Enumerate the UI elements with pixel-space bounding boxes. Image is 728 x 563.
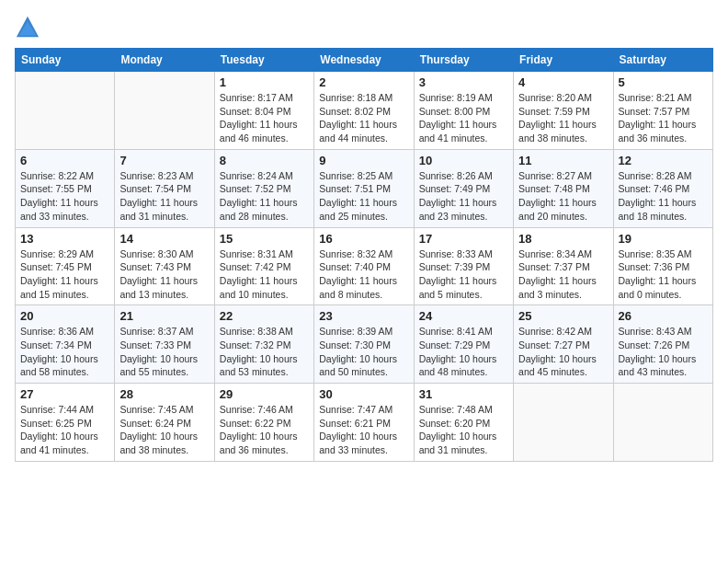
day-info: Sunrise: 8:41 AM Sunset: 7:29 PM Dayligh…	[419, 325, 508, 379]
day-number: 20	[20, 309, 109, 323]
day-number: 18	[518, 232, 608, 246]
day-number: 31	[419, 387, 508, 401]
calendar-cell: 5Sunrise: 8:21 AM Sunset: 7:57 PM Daylig…	[613, 72, 712, 150]
calendar-cell: 14Sunrise: 8:30 AM Sunset: 7:43 PM Dayli…	[115, 227, 214, 305]
day-of-week-header: Friday	[514, 49, 613, 72]
day-number: 1	[220, 75, 309, 89]
day-info: Sunrise: 7:46 AM Sunset: 6:22 PM Dayligh…	[220, 403, 309, 457]
day-number: 15	[220, 232, 309, 246]
calendar-week-row: 13Sunrise: 8:29 AM Sunset: 7:45 PM Dayli…	[16, 227, 713, 305]
calendar-cell: 22Sunrise: 8:38 AM Sunset: 7:32 PM Dayli…	[214, 305, 313, 384]
day-info: Sunrise: 8:26 AM Sunset: 7:49 PM Dayligh…	[419, 169, 508, 224]
calendar-body: 1Sunrise: 8:17 AM Sunset: 8:04 PM Daylig…	[16, 72, 713, 462]
calendar-cell: 12Sunrise: 8:28 AM Sunset: 7:46 PM Dayli…	[613, 149, 712, 227]
day-info: Sunrise: 8:33 AM Sunset: 7:39 PM Dayligh…	[419, 247, 508, 302]
day-info: Sunrise: 7:45 AM Sunset: 6:24 PM Dayligh…	[119, 403, 209, 457]
calendar-cell: 25Sunrise: 8:42 AM Sunset: 7:27 PM Dayli…	[514, 305, 613, 384]
calendar-cell: 2Sunrise: 8:18 AM Sunset: 8:02 PM Daylig…	[314, 72, 414, 150]
day-info: Sunrise: 8:39 AM Sunset: 7:30 PM Dayligh…	[319, 325, 408, 379]
day-of-week-header: Wednesday	[314, 49, 414, 72]
day-number: 22	[220, 309, 309, 323]
calendar-cell: 27Sunrise: 7:44 AM Sunset: 6:25 PM Dayli…	[16, 384, 115, 462]
day-info: Sunrise: 8:25 AM Sunset: 7:51 PM Dayligh…	[319, 169, 408, 224]
day-info: Sunrise: 8:34 AM Sunset: 7:37 PM Dayligh…	[518, 247, 608, 302]
day-number: 10	[419, 154, 508, 167]
calendar-cell: 13Sunrise: 8:29 AM Sunset: 7:45 PM Dayli…	[16, 227, 115, 305]
day-number: 17	[419, 232, 508, 246]
calendar-cell: 26Sunrise: 8:43 AM Sunset: 7:26 PM Dayli…	[613, 305, 712, 384]
calendar-cell: 19Sunrise: 8:35 AM Sunset: 7:36 PM Dayli…	[613, 227, 712, 305]
day-info: Sunrise: 8:24 AM Sunset: 7:52 PM Dayligh…	[220, 169, 309, 224]
calendar-cell: 3Sunrise: 8:19 AM Sunset: 8:00 PM Daylig…	[414, 72, 513, 150]
day-info: Sunrise: 8:21 AM Sunset: 7:57 PM Dayligh…	[619, 91, 708, 145]
day-number: 11	[518, 154, 608, 167]
logo	[15, 15, 44, 40]
day-info: Sunrise: 8:37 AM Sunset: 7:33 PM Dayligh…	[119, 325, 209, 379]
calendar-cell: 29Sunrise: 7:46 AM Sunset: 6:22 PM Dayli…	[214, 384, 313, 462]
day-info: Sunrise: 8:19 AM Sunset: 8:00 PM Dayligh…	[419, 91, 508, 145]
calendar-cell: 23Sunrise: 8:39 AM Sunset: 7:30 PM Dayli…	[314, 305, 414, 384]
day-info: Sunrise: 8:28 AM Sunset: 7:46 PM Dayligh…	[619, 169, 708, 224]
day-of-week-header: Sunday	[16, 49, 115, 72]
calendar-cell: 21Sunrise: 8:37 AM Sunset: 7:33 PM Dayli…	[115, 305, 214, 384]
day-number: 21	[119, 309, 209, 323]
day-info: Sunrise: 7:48 AM Sunset: 6:20 PM Dayligh…	[419, 403, 508, 457]
calendar-cell: 17Sunrise: 8:33 AM Sunset: 7:39 PM Dayli…	[414, 227, 513, 305]
day-info: Sunrise: 8:35 AM Sunset: 7:36 PM Dayligh…	[619, 247, 708, 302]
day-number: 19	[619, 232, 708, 246]
calendar-week-row: 27Sunrise: 7:44 AM Sunset: 6:25 PM Dayli…	[16, 384, 713, 462]
calendar-cell: 10Sunrise: 8:26 AM Sunset: 7:49 PM Dayli…	[414, 149, 513, 227]
day-number: 23	[319, 309, 408, 323]
page-header	[15, 15, 713, 40]
day-info: Sunrise: 8:22 AM Sunset: 7:55 PM Dayligh…	[20, 169, 109, 224]
day-number: 4	[518, 75, 608, 89]
logo-icon	[15, 15, 40, 40]
calendar-week-row: 20Sunrise: 8:36 AM Sunset: 7:34 PM Dayli…	[16, 305, 713, 384]
day-number: 6	[20, 154, 109, 167]
day-number: 13	[20, 232, 109, 246]
day-number: 2	[319, 75, 408, 89]
day-info: Sunrise: 8:30 AM Sunset: 7:43 PM Dayligh…	[119, 247, 209, 302]
calendar-cell: 1Sunrise: 8:17 AM Sunset: 8:04 PM Daylig…	[214, 72, 313, 150]
day-of-week-header: Saturday	[613, 49, 712, 72]
calendar-cell: 4Sunrise: 8:20 AM Sunset: 7:59 PM Daylig…	[514, 72, 613, 150]
calendar-cell: 16Sunrise: 8:32 AM Sunset: 7:40 PM Dayli…	[314, 227, 414, 305]
calendar-cell	[514, 384, 613, 462]
calendar-cell	[613, 384, 712, 462]
calendar-cell: 9Sunrise: 8:25 AM Sunset: 7:51 PM Daylig…	[314, 149, 414, 227]
calendar-week-row: 6Sunrise: 8:22 AM Sunset: 7:55 PM Daylig…	[16, 149, 713, 227]
day-number: 27	[20, 387, 109, 401]
day-info: Sunrise: 7:44 AM Sunset: 6:25 PM Dayligh…	[20, 403, 109, 457]
day-info: Sunrise: 8:31 AM Sunset: 7:42 PM Dayligh…	[220, 247, 309, 302]
day-number: 16	[319, 232, 408, 246]
calendar-cell: 15Sunrise: 8:31 AM Sunset: 7:42 PM Dayli…	[214, 227, 313, 305]
day-of-week-header: Monday	[115, 49, 214, 72]
calendar-cell: 30Sunrise: 7:47 AM Sunset: 6:21 PM Dayli…	[314, 384, 414, 462]
calendar-cell: 8Sunrise: 8:24 AM Sunset: 7:52 PM Daylig…	[214, 149, 313, 227]
calendar-cell: 6Sunrise: 8:22 AM Sunset: 7:55 PM Daylig…	[16, 149, 115, 227]
day-of-week-header: Tuesday	[214, 49, 313, 72]
day-of-week-header: Thursday	[414, 49, 513, 72]
day-number: 24	[419, 309, 508, 323]
day-info: Sunrise: 8:17 AM Sunset: 8:04 PM Dayligh…	[220, 91, 309, 145]
calendar-cell: 24Sunrise: 8:41 AM Sunset: 7:29 PM Dayli…	[414, 305, 513, 384]
calendar-header: SundayMondayTuesdayWednesdayThursdayFrid…	[16, 49, 713, 72]
day-info: Sunrise: 8:18 AM Sunset: 8:02 PM Dayligh…	[319, 91, 408, 145]
day-number: 5	[619, 75, 708, 89]
calendar-table: SundayMondayTuesdayWednesdayThursdayFrid…	[15, 48, 713, 462]
day-info: Sunrise: 8:29 AM Sunset: 7:45 PM Dayligh…	[20, 247, 109, 302]
day-info: Sunrise: 8:36 AM Sunset: 7:34 PM Dayligh…	[20, 325, 109, 379]
day-info: Sunrise: 8:32 AM Sunset: 7:40 PM Dayligh…	[319, 247, 408, 302]
day-number: 26	[619, 309, 708, 323]
calendar-cell: 18Sunrise: 8:34 AM Sunset: 7:37 PM Dayli…	[514, 227, 613, 305]
day-number: 12	[619, 154, 708, 167]
calendar-cell: 28Sunrise: 7:45 AM Sunset: 6:24 PM Dayli…	[115, 384, 214, 462]
day-info: Sunrise: 8:23 AM Sunset: 7:54 PM Dayligh…	[119, 169, 209, 224]
day-number: 28	[119, 387, 209, 401]
calendar-week-row: 1Sunrise: 8:17 AM Sunset: 8:04 PM Daylig…	[16, 72, 713, 150]
calendar-cell	[115, 72, 214, 150]
day-info: Sunrise: 8:38 AM Sunset: 7:32 PM Dayligh…	[220, 325, 309, 379]
day-number: 25	[518, 309, 608, 323]
day-info: Sunrise: 8:20 AM Sunset: 7:59 PM Dayligh…	[518, 91, 608, 145]
calendar-cell	[16, 72, 115, 150]
